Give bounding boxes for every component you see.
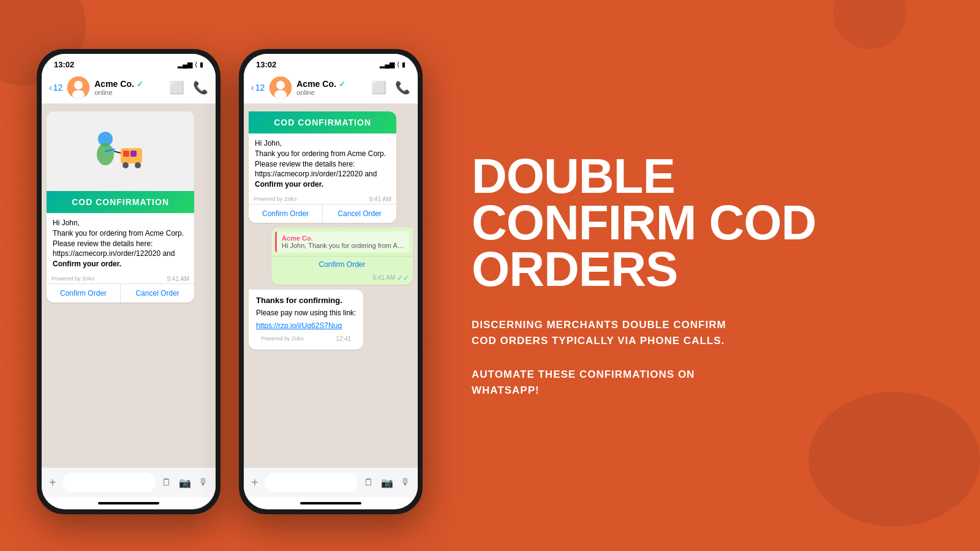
phone-2-msg-body: Hi John, Thank you for ordering from Acm…	[249, 133, 396, 193]
wifi-icon: ⟨	[195, 61, 197, 69]
headline: DOUBLE CONFIRM COD ORDERS	[472, 153, 919, 293]
phone-2-input[interactable]	[265, 473, 358, 492]
phone-2-sent-footer: 9:41 AM ✓✓	[271, 272, 413, 285]
phone-2-contact-name: Acme Co. ✓	[296, 79, 366, 89]
plus-icon-2[interactable]: +	[251, 476, 258, 490]
phone-1-status-icons: ▂▄▆ ⟨ ▮	[178, 61, 203, 69]
phone-1-msg-time: 9:41 AM	[167, 276, 189, 282]
phone-1-time: 13:02	[54, 60, 74, 69]
phone-1-contact-info: Acme Co. ✓ online	[94, 79, 164, 96]
phone-1-msg-footer: Powered by Zoko 9:41 AM	[47, 273, 194, 283]
phone-2-thanks-link[interactable]: https://rzp.io/i/Uq62S7Nuq	[256, 321, 342, 330]
phone-2-sent-btn[interactable]: Confirm Order	[271, 256, 413, 272]
battery-icon-2: ▮	[402, 61, 405, 69]
phone-2-msg-time: 9:41 AM	[369, 196, 391, 203]
wifi-icon-2: ⟨	[397, 61, 399, 69]
phone-2-status-icons: ▂▄▆ ⟨ ▮	[380, 61, 405, 69]
phone-1-input[interactable]	[62, 473, 156, 492]
read-receipts-icon: ✓✓	[397, 274, 409, 282]
sticker-icon[interactable]: 🗒	[162, 477, 172, 489]
video-call-icon-2[interactable]: ⬜	[371, 80, 386, 95]
phone-1-inner: 13:02 ▂▄▆ ⟨ ▮ ‹ 12	[42, 54, 216, 509]
phone-1-contact-status: online	[94, 89, 164, 96]
phone-2-bottom-icons: 🗒 📷 🎙	[364, 477, 410, 489]
phone-2-powered-by: Powered by Zoko	[254, 196, 296, 202]
phone-2-sent-msg: Acme Co. Hi John, Thank you for ordering…	[271, 228, 413, 285]
phone-2-wa-header: ‹ 12 Acme	[244, 73, 418, 104]
phone-1-wa-header: ‹ 12	[42, 73, 216, 104]
phone-1-back-count: 12	[53, 83, 63, 92]
phone-2-contact-status: online	[296, 89, 366, 96]
phone-1-avatar-img	[67, 77, 89, 99]
phone-2-bottom-bar: + 🗒 📷 🎙	[244, 467, 418, 497]
svg-point-4	[97, 143, 114, 165]
main-layout: 13:02 ▂▄▆ ⟨ ▮ ‹ 12	[0, 0, 980, 551]
phone-1-msg-buttons: Confirm Order Cancel Order	[47, 283, 194, 302]
phone-2-avatar	[270, 77, 292, 99]
phone-1-status-bar: 13:02 ▂▄▆ ⟨ ▮	[42, 54, 216, 73]
phone-1-confirm-btn[interactable]: Confirm Order	[47, 284, 120, 302]
headline-line1: DOUBLE	[472, 153, 919, 200]
phone-2-time: 13:02	[256, 60, 276, 69]
phone-1-msg-body: Hi John, Thank you for ordering from Acm…	[47, 213, 194, 273]
camera-icon-2[interactable]: 📷	[381, 477, 393, 489]
phone-2-inner: 13:02 ▂▄▆ ⟨ ▮ ‹ 12	[244, 54, 418, 509]
phone-2-thanks-time: 12:41	[336, 335, 351, 342]
phone-1-header-icons: ⬜ 📞	[169, 80, 208, 95]
verified-badge-icon: ✓	[137, 80, 143, 89]
svg-rect-8	[123, 151, 129, 157]
phone-1-home-indicator	[42, 497, 216, 509]
phone-2-cod-msg: COD CONFIRMATION Hi John, Thank you for …	[249, 111, 396, 223]
phone-2-msg-footer: Powered by Zoko 9:41 AM	[249, 193, 396, 204]
home-bar-2	[300, 502, 361, 504]
avatar-svg	[67, 77, 89, 99]
phone-1-cancel-btn[interactable]: Cancel Order	[121, 284, 194, 302]
video-call-icon[interactable]: ⬜	[169, 80, 184, 95]
phone-1-contact-name: Acme Co. ✓	[94, 79, 164, 89]
camera-icon[interactable]: 📷	[179, 477, 191, 489]
back-chevron-icon: ‹	[49, 83, 52, 92]
phone-2-msg-bold: Confirm your order.	[255, 180, 323, 189]
phone-2-confirm-btn[interactable]: Confirm Order	[249, 204, 322, 223]
mic-icon-2[interactable]: 🎙	[401, 477, 410, 489]
phone-2-quote-author: Acme Co.	[282, 234, 404, 242]
svg-point-7	[135, 162, 141, 168]
svg-point-13	[276, 81, 285, 89]
phone-call-icon[interactable]: 📞	[193, 80, 208, 95]
phone-1-cod-label: COD CONFIRMATION	[47, 191, 194, 213]
phone-2-chat-area: COD CONFIRMATION Hi John, Thank you for …	[244, 104, 418, 467]
phone-2-contact-info: Acme Co. ✓ online	[296, 79, 366, 96]
signal-icon-2: ▂▄▆	[380, 61, 394, 69]
phone-2-avatar-img	[270, 77, 292, 99]
svg-rect-9	[130, 151, 137, 157]
home-bar	[98, 502, 159, 504]
sticker-icon-2[interactable]: 🗒	[364, 477, 374, 489]
phone-2-cancel-btn[interactable]: Cancel Order	[323, 204, 396, 223]
phone-2-thanks-msg: Thanks for confirming. Please pay now us…	[249, 290, 363, 350]
phone-2-cod-header: COD CONFIRMATION	[249, 111, 396, 133]
subtext-1: DISCERNING MERCHANTS DOUBLE CONFIRMCOD O…	[472, 317, 919, 348]
mic-icon[interactable]: 🎙	[198, 477, 208, 489]
phone-1-bottom-icons: 🗒 📷 🎙	[162, 477, 208, 489]
phone-2-thanks-bold: Thanks for confirming.	[256, 296, 356, 305]
phone-2-msg-buttons: Confirm Order Cancel Order	[249, 204, 396, 223]
phone-2-back-count: 12	[255, 83, 265, 92]
phone-1-msg-text: Hi John, Thank you for ordering from Acm…	[53, 218, 188, 269]
phone-1-back-button[interactable]: ‹ 12	[49, 83, 62, 92]
plus-icon[interactable]: +	[49, 476, 56, 490]
headline-line3: ORDERS	[472, 246, 919, 293]
phone-2-thanks-footer: Powered by Zoko 12:41	[256, 331, 356, 343]
phone-2-sent-time: 9:41 AM	[372, 274, 395, 281]
svg-line-10	[114, 151, 121, 153]
back-chevron-icon-2: ‹	[251, 83, 254, 92]
phone-2-back-button[interactable]: ‹ 12	[251, 83, 265, 92]
verified-badge-icon-2: ✓	[339, 80, 345, 89]
phone-1-chat-area: COD CONFIRMATION Hi John, Thank you for …	[42, 104, 216, 467]
text-section: DOUBLE CONFIRM COD ORDERS DISCERNING MER…	[423, 153, 943, 398]
phone-1-powered-by: Powered by Zoko	[51, 276, 94, 282]
phone-2-quote-text: Hi John, Thank you for ordering from Acm…	[282, 242, 404, 249]
phone-1: 13:02 ▂▄▆ ⟨ ▮ ‹ 12	[37, 49, 221, 514]
phone-1-avatar	[67, 77, 89, 99]
headline-line2: CONFIRM COD	[472, 200, 919, 246]
phone-call-icon-2[interactable]: 📞	[395, 80, 410, 95]
